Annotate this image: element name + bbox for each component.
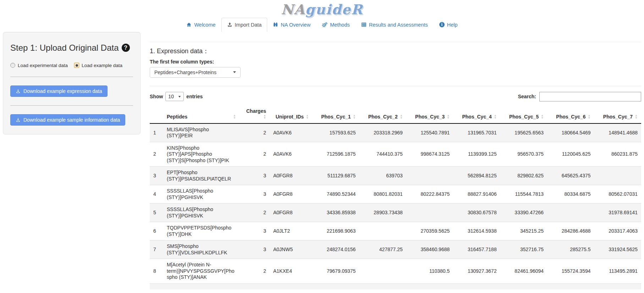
page-length-value: 10 bbox=[168, 94, 174, 99]
tab-label: Results and Assessments bbox=[369, 22, 428, 28]
cell-Phos_Cyc_6: 155724.3594 bbox=[547, 259, 594, 284]
home-icon bbox=[186, 22, 192, 27]
cell-row-number: 3 bbox=[150, 167, 163, 185]
cell-Phos_Cyc_2 bbox=[359, 259, 406, 284]
sort-icon: ▲▼ bbox=[494, 114, 497, 120]
sort-icon: ▲▼ bbox=[400, 114, 403, 120]
header-phos-cyc-5[interactable]: Phos_Cyc_5▲▼ bbox=[500, 105, 547, 123]
header-phos-cyc-3[interactable]: Phos_Cyc_3▲▼ bbox=[406, 105, 453, 123]
table-row[interactable]: 6TQDPVPPETPSDS[Phospho (STY)]DHK3A0JLT22… bbox=[150, 222, 641, 241]
cell-row-number: 7 bbox=[150, 241, 163, 259]
panel-title: Step 1: Upload Original Data ? bbox=[10, 43, 133, 53]
show-label: Show bbox=[150, 94, 163, 99]
question-circle-icon[interactable]: ? bbox=[122, 44, 130, 52]
radio-icon[interactable] bbox=[74, 63, 79, 68]
tab-label: Welcome bbox=[194, 22, 215, 28]
header-charges[interactable]: Charges▲▼ bbox=[240, 105, 270, 123]
cell-Charges: 2 bbox=[240, 142, 270, 167]
cell-Phos_Cyc_2: 744410.375 bbox=[359, 142, 406, 167]
cell-Charges: 2 bbox=[240, 123, 270, 142]
table-row[interactable]: 4SSSSLLAS[Phospho (STY)]PGHISVK3A0FGR874… bbox=[150, 185, 641, 204]
tab-import-data[interactable]: Import Data bbox=[221, 18, 268, 32]
sort-icon: ▲▼ bbox=[588, 114, 591, 120]
cell-Phos_Cyc_2: 427877.25 bbox=[359, 241, 406, 259]
radio-label: Load experimental data bbox=[18, 63, 68, 68]
search-input[interactable] bbox=[539, 92, 641, 101]
cell-Peptides: SSSSLLAS[Phospho (STY)]PGHISVK bbox=[163, 204, 240, 222]
header-label: Uniprot_IDs bbox=[276, 114, 304, 120]
cell-Phos_Cyc_1: 157593.625 bbox=[312, 123, 359, 142]
table-row[interactable]: 5SSSSLLAS[Phospho (STY)]PGHISVK2A0FGR834… bbox=[150, 204, 641, 222]
divider bbox=[150, 42, 641, 42]
cell-Phos_Cyc_5: 82461.96094 bbox=[500, 259, 547, 284]
cell-Peptides: KINS[Phospho (STY)]APS[Phospho (STY)]S[P… bbox=[163, 142, 240, 167]
binoculars-icon bbox=[273, 22, 278, 27]
header-label: Phos_Cyc_3 bbox=[415, 114, 445, 120]
cell-Phos_Cyc_4: 1139399.125 bbox=[453, 142, 500, 167]
table-header-row: Peptides ▲▼ Charges▲▼ Uniprot_IDs▲▼ Phos… bbox=[150, 105, 641, 123]
tab-methods[interactable]: Methods bbox=[316, 18, 356, 32]
table-icon bbox=[361, 22, 367, 27]
download-icon bbox=[16, 89, 21, 94]
tab-results-and-assessments[interactable]: Results and Assessments bbox=[356, 18, 434, 32]
panel-title-text: Step 1: Upload Original Data bbox=[10, 43, 119, 53]
download-icon bbox=[16, 117, 21, 122]
cell-Phos_Cyc_7: 860231.875 bbox=[594, 142, 641, 167]
header-phos-cyc-6[interactable]: Phos_Cyc_6▲▼ bbox=[547, 105, 594, 123]
header-label: Phos_Cyc_4 bbox=[462, 114, 491, 120]
cell-Phos_Cyc_5: 956570.375 bbox=[500, 142, 547, 167]
table-row[interactable]: 8M[Acetyl (Protein N-term)]NPVYSPGSSGVPY… bbox=[150, 259, 641, 284]
cell-Phos_Cyc_3: 358460.9688 bbox=[406, 241, 453, 259]
cell-Charges: 3 bbox=[240, 167, 270, 185]
header-phos-cyc-2[interactable]: Phos_Cyc_2▲▼ bbox=[359, 105, 406, 123]
table-row[interactable]: 3EPT[Phospho (STY)]PSIASDISLPIATQELR3A0F… bbox=[150, 167, 641, 185]
header-peptides[interactable]: Peptides ▲▼ bbox=[163, 105, 240, 123]
cell-Phos_Cyc_5: 195625.6563 bbox=[500, 123, 547, 142]
column-types-select[interactable]: Peptides+Charges+Proteins bbox=[150, 67, 241, 78]
tab-label: Help bbox=[447, 22, 458, 28]
table-row[interactable]: 1MLISAVS[Phospho (STY)]PEIR2A0AVK6157593… bbox=[150, 123, 641, 142]
radio-icon[interactable] bbox=[10, 63, 15, 68]
tab-label: NA Overview bbox=[281, 22, 310, 28]
page-length-select[interactable]: 10 bbox=[165, 92, 184, 101]
cell-Phos_Cyc_3: 270359.5625 bbox=[406, 222, 453, 241]
header-phos-cyc-7[interactable]: Phos_Cyc_7▲▼ bbox=[594, 105, 641, 123]
cell-Phos_Cyc_5: 33390.47266 bbox=[500, 204, 547, 222]
tab-na-overview[interactable]: NA Overview bbox=[267, 18, 316, 32]
cell-Phos_Cyc_3 bbox=[406, 204, 453, 222]
cell-Phos_Cyc_2: 28903.73438 bbox=[359, 204, 406, 222]
cell-Phos_Cyc_1: 34336.85938 bbox=[312, 204, 359, 222]
radio-load-experimental-data[interactable]: Load experimental data bbox=[10, 63, 68, 68]
tab-help[interactable]: i Help bbox=[434, 18, 463, 32]
cell-row-number: 2 bbox=[150, 142, 163, 167]
divider bbox=[150, 86, 641, 86]
cell-row-number: 5 bbox=[150, 204, 163, 222]
cell-Phos_Cyc_5: 115544.7813 bbox=[500, 185, 547, 204]
cell-Peptides: M[Acetyl (Protein N-term)]NPVYSPGSSGVPY[… bbox=[163, 259, 240, 284]
logo-na: NA bbox=[281, 1, 305, 17]
cell-row-number: 4 bbox=[150, 185, 163, 204]
header-phos-cyc-4[interactable]: Phos_Cyc_4▲▼ bbox=[453, 105, 500, 123]
table-row-partial bbox=[150, 283, 641, 289]
cell-Charges: 3 bbox=[240, 222, 270, 241]
cell-Phos_Cyc_6: 80334.6875 bbox=[547, 185, 594, 204]
cell-Phos_Cyc_6: 1120045.625 bbox=[547, 142, 594, 167]
header-uniprot-ids[interactable]: Uniprot_IDs▲▼ bbox=[270, 105, 312, 123]
app-logo: NAguideR bbox=[0, 2, 644, 17]
table-body: 1MLISAVS[Phospho (STY)]PEIR2A0AVK6157593… bbox=[150, 123, 641, 289]
import-data-panel: 1. Expression data： The first few column… bbox=[141, 32, 641, 289]
download-sample-information-button[interactable]: Download example sample information data bbox=[10, 114, 125, 126]
table-row[interactable]: 7SMS[Phospho (STY)]VDLSHIPLKDPLLFK3A0JNW… bbox=[150, 241, 641, 259]
cell-Phos_Cyc_4: 312614.5938 bbox=[453, 222, 500, 241]
divider bbox=[10, 77, 133, 77]
radio-load-example-data[interactable]: Load example data bbox=[74, 63, 122, 68]
table-row[interactable]: 2KINS[Phospho (STY)]APS[Phospho (STY)]S[… bbox=[150, 142, 641, 167]
tab-welcome[interactable]: Welcome bbox=[181, 18, 221, 32]
header-phos-cyc-1[interactable]: Phos_Cyc_1▲▼ bbox=[312, 105, 359, 123]
cell-Phos_Cyc_7: 148941.4688 bbox=[594, 123, 641, 142]
cell-Uniprot_IDs: A0FGR8 bbox=[270, 185, 312, 204]
logo-rest: guideR bbox=[305, 1, 363, 17]
cell-Phos_Cyc_1: 74890.52344 bbox=[312, 185, 359, 204]
download-expression-data-button[interactable]: Download example expression data bbox=[10, 85, 108, 97]
cell-Uniprot_IDs: A0FGR8 bbox=[270, 167, 312, 185]
